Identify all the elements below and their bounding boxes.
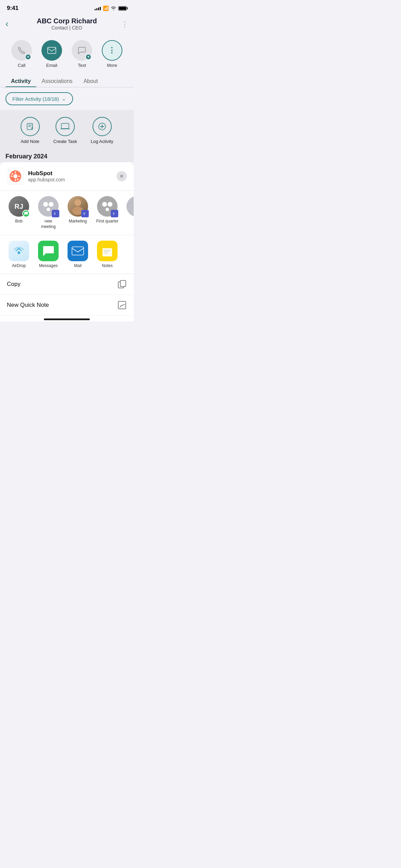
call-circle[interactable]: +	[11, 40, 32, 61]
svg-text:T: T	[54, 212, 56, 216]
home-bar	[44, 318, 90, 320]
svg-point-20	[17, 251, 20, 254]
message-badge	[22, 210, 30, 217]
status-time: 9:41	[7, 5, 19, 12]
log-activity-action[interactable]: Log Activity	[91, 117, 113, 144]
home-indicator	[0, 316, 134, 322]
svg-rect-2	[61, 123, 69, 129]
messages-icon-container	[38, 241, 59, 261]
month-header: February 2024	[0, 149, 134, 162]
header-more-button[interactable]: ⋮	[117, 20, 128, 28]
add-note-label: Add Note	[21, 139, 39, 144]
filter-button[interactable]: Filter Activity (18/18) ⌄	[5, 92, 73, 105]
notes-label: Notes	[102, 263, 112, 268]
copy-action[interactable]: Copy	[0, 274, 134, 295]
hubspot-text: HubSpot app.hubspot.com	[28, 170, 65, 182]
contact-more[interactable]	[125, 196, 134, 229]
tab-associations[interactable]: Associations	[36, 75, 78, 87]
header-center: ABC Corp Richard Contact | CEO	[16, 17, 117, 31]
contact-avatar-first-quarter: T	[97, 196, 118, 217]
more-label: More	[107, 63, 117, 68]
contact-marketing[interactable]: T Marketing	[66, 196, 90, 229]
header: ‹ ABC Corp Richard Contact | CEO ⋮	[0, 14, 134, 35]
copy-icon	[117, 279, 127, 289]
tabs: Activity Associations About	[0, 75, 134, 87]
wifi-icon	[111, 6, 116, 10]
svg-rect-21	[72, 247, 84, 255]
quick-note-svg-icon	[118, 301, 126, 310]
activity-actions: Add Note Create Task Log Activity	[0, 110, 134, 149]
add-note-action[interactable]: Add Note	[21, 117, 40, 144]
chat-icon	[77, 46, 86, 55]
svg-rect-22	[102, 248, 112, 256]
svg-point-14	[74, 199, 81, 206]
app-airdrop[interactable]: AirDrop	[7, 241, 31, 268]
contact-name-first-quarter: First quarter	[96, 219, 119, 224]
call-action[interactable]: + Call	[11, 40, 32, 68]
action-row: + Call Email + Text ⋮ More	[0, 35, 134, 75]
svg-rect-7	[15, 179, 16, 181]
text-action[interactable]: + Text	[72, 40, 92, 68]
tab-activity[interactable]: Activity	[5, 75, 36, 87]
contact-first-quarter[interactable]: T First quarter	[95, 196, 119, 229]
svg-point-5	[13, 174, 17, 178]
text-circle[interactable]: +	[72, 40, 92, 61]
create-task-action[interactable]: Create Task	[53, 117, 77, 144]
contact-bob[interactable]: RJ Bob	[7, 196, 31, 229]
status-icons: 📶	[95, 5, 127, 11]
apps-scroll: AirDrop Messages Mail	[0, 235, 134, 274]
hubspot-url: app.hubspot.com	[28, 177, 65, 182]
email-action[interactable]: Email	[41, 40, 62, 68]
tab-about[interactable]: About	[78, 75, 104, 87]
close-share-button[interactable]: ✕	[117, 171, 127, 181]
log-activity-circle[interactable]	[93, 117, 112, 136]
hubspot-icon	[9, 170, 22, 182]
new-quick-note-action[interactable]: New Quick Note	[0, 295, 134, 316]
contact-name-marketing: Marketing	[69, 219, 87, 224]
create-task-label: Create Task	[53, 139, 77, 144]
wifi-icon: 📶	[103, 5, 109, 11]
svg-rect-0	[48, 47, 56, 53]
filter-label: Filter Activity (18/18)	[12, 96, 59, 102]
group-icon-first-quarter	[102, 202, 112, 211]
edit-icon	[26, 122, 35, 131]
contact-avatar-marketing: T	[68, 196, 88, 217]
call-plus: +	[25, 54, 31, 60]
group-people-icon	[43, 202, 53, 211]
text-plus: +	[85, 54, 92, 60]
hubspot-app-row: HubSpot app.hubspot.com ✕	[0, 162, 134, 191]
call-label: Call	[18, 63, 25, 68]
teams-badge-first-quarter: T	[111, 210, 118, 217]
status-bar: 9:41 📶	[0, 0, 134, 14]
app-notes[interactable]: Notes	[95, 241, 119, 268]
email-circle[interactable]	[41, 40, 62, 61]
airdrop-waves-icon	[12, 244, 25, 257]
add-note-circle[interactable]	[21, 117, 40, 136]
contact-new-meeting[interactable]: T newmeeting	[36, 196, 60, 229]
chevron-down-icon: ⌄	[62, 96, 66, 102]
contacts-scroll: RJ Bob	[0, 191, 134, 235]
actions-list: Copy New Quick Note	[0, 274, 134, 316]
laptop-icon	[60, 123, 70, 130]
teams-icon: T	[83, 211, 87, 216]
teams-icon: T	[112, 211, 117, 216]
share-sheet: HubSpot app.hubspot.com ✕ RJ Bob	[0, 162, 134, 322]
back-button[interactable]: ‹	[5, 19, 16, 29]
mail-icon-container	[68, 241, 88, 261]
email-label: Email	[46, 63, 58, 68]
create-task-circle[interactable]	[56, 117, 75, 136]
plus-icon	[98, 122, 107, 131]
app-mail[interactable]: Mail	[66, 241, 90, 268]
airdrop-label: AirDrop	[12, 263, 26, 268]
svg-rect-6	[15, 171, 16, 173]
phone-icon	[17, 46, 26, 55]
more-action[interactable]: ⋮ More	[102, 40, 122, 68]
new-quick-note-label: New Quick Note	[7, 302, 49, 309]
mail-label: Mail	[74, 263, 82, 268]
copy-pages-icon	[118, 280, 126, 289]
contact-name-new-meeting: newmeeting	[41, 219, 56, 229]
app-messages[interactable]: Messages	[36, 241, 60, 268]
more-circle[interactable]: ⋮	[102, 40, 122, 61]
contact-name: ABC Corp Richard	[16, 17, 117, 25]
contact-avatar-new-meeting: T	[38, 196, 59, 217]
